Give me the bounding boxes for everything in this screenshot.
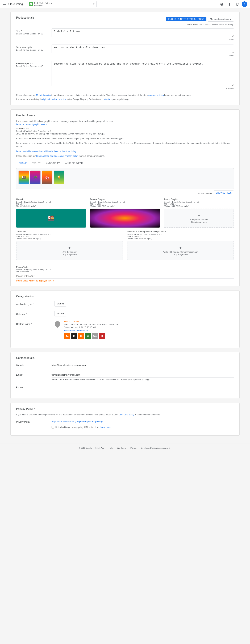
short-desc-locale: English (United States) – en-US (16, 49, 47, 51)
feature-graphic-item: Feature Graphic * Default – English (Uni… (90, 198, 160, 228)
rating-badge-14: 14 (64, 333, 70, 340)
tv-banner-placeholder[interactable]: + Add TV banner Drop image here (16, 241, 123, 260)
daydream-item: Daydream 360 degree stereoscopic image D… (127, 230, 234, 260)
title-label-col: Title * English (United States) – en-US (16, 28, 47, 40)
feature-graphic-locale: Default – English (United States) – en-U… (90, 201, 160, 203)
contact-details-section: Contact details Website Email * Pleas (10, 352, 240, 399)
daydream-specs: 4096 w x 4096 h JPG or 24-bit PNG (no al… (127, 235, 234, 240)
promo-video-type: YouTube video (16, 270, 234, 272)
privacy-url-input[interactable] (52, 419, 234, 424)
impersonation-info: Please check out our Impersonation and I… (16, 154, 234, 158)
dropdown-arrow-icon: ▼ (93, 3, 95, 6)
notifications-icon[interactable] (226, 1, 233, 7)
content-rating-label: Content rating * (16, 320, 54, 340)
daydream-placeholder[interactable]: + Add a 360 degree stereoscopic image Dr… (127, 241, 234, 260)
email-info: Please provide an email address where yo… (52, 378, 234, 380)
avatar[interactable]: F (242, 2, 247, 7)
plus-icon: + (68, 245, 71, 250)
feature-graphic-image (90, 209, 160, 228)
phone-label: Phone (16, 386, 47, 389)
view-details-link[interactable]: View details (64, 329, 75, 332)
nav-icons: F (219, 1, 247, 7)
footer-privacy-link[interactable]: Privacy (130, 447, 137, 449)
content-rating-row: Content rating * APPLIED RATING IARC Cer… (16, 320, 234, 340)
privacy-policy-label: Privacy Policy (16, 419, 47, 423)
footer-site-terms-link[interactable]: Site Terms (117, 447, 126, 449)
help-icon[interactable] (219, 1, 225, 7)
learn-more-privacy-link[interactable]: Learn more (100, 426, 111, 428)
submitted-date: Submitted: Mar 1, 2017, 10:15 AM (64, 326, 118, 328)
hamburger-menu-icon[interactable] (3, 2, 6, 6)
learn-more-graphic-link[interactable]: Learn more about graphic assets (16, 123, 46, 126)
email-row: Email * Please provide an email address … (16, 372, 234, 380)
app-title: Store listing (8, 2, 23, 6)
graphic-assets-section: Graphic Assets If you haven't added loca… (10, 110, 240, 286)
phone-input[interactable] (52, 385, 234, 390)
privacy-policy-field: Privacy Policy Not submitting a privacy … (16, 419, 234, 428)
website-input[interactable] (52, 362, 234, 368)
promo-video-locale: Default – English (United States) – en-U… (16, 268, 234, 270)
footer-help-link[interactable]: Help (109, 447, 113, 449)
screenshot-thumb-4[interactable]: 🏆 (54, 170, 64, 184)
app-type-select[interactable]: Games (54, 301, 66, 306)
learn-more-rating-link[interactable]: Learn more (77, 329, 88, 332)
promo-graphic-placeholder[interactable]: + Add promo graphic Drop image here (164, 208, 234, 228)
settings-icon[interactable] (234, 1, 240, 7)
iarc-label: IARC Certificate ID: c456789-356ff-4bac-… (64, 324, 118, 326)
title-input[interactable]: Fish Rolls Extreme (52, 28, 234, 37)
tv-banner-locale: Default – English (United States) – en-U… (16, 233, 123, 235)
tab-phone[interactable]: PHONE (16, 160, 29, 166)
manage-translations-button[interactable]: Manage translations ▼ (208, 17, 234, 22)
screenshots-container: 🍱 🎮 🍣 🏆 (18, 170, 64, 184)
app-selector[interactable]: Fish Rolls Extreme Published ▼ (27, 1, 97, 7)
tab-android-tv[interactable]: ANDROID TV (43, 160, 63, 166)
promo-video-input[interactable] (16, 274, 234, 278)
contact-details-title: Contact details (16, 356, 234, 360)
screenshot-thumb-1[interactable]: 🍱 (18, 170, 29, 184)
screenshot-count: 2/8 screenshots (198, 192, 212, 195)
locale-button[interactable]: ENGLISH (UNITED STATES) – EN-US (166, 17, 206, 22)
footer-mobile-app-link[interactable]: Mobile App (95, 447, 104, 449)
footer-dda-link[interactable]: Developer Distribution Agreement (141, 447, 169, 449)
tab-android-wear[interactable]: ANDROID WEAR (62, 160, 86, 166)
screenshot-thumb-2[interactable]: 🎮 (30, 170, 41, 184)
full-desc-locale: English (United States) – en-US (16, 65, 47, 67)
website-row: Website (16, 362, 234, 368)
screenshot-thumb-3[interactable]: 🍣 (42, 170, 52, 184)
app-type-label: Application type * (16, 301, 54, 306)
full-description-input[interactable]: Become the fish rolls champion by creati… (52, 61, 234, 86)
promo-video-label: Promo Video (16, 266, 234, 268)
browse-files-button[interactable]: BROWSE FILES (214, 190, 234, 195)
metadata-info: Please check out our Metadata policy to … (16, 94, 234, 97)
tab-tablet[interactable]: TABLET (29, 160, 43, 166)
screenshot-tabs: PHONE TABLET ANDROID TV ANDROID WEAR (16, 160, 234, 166)
impersonation-link[interactable]: Impersonation and Intellectual Property … (36, 155, 78, 157)
category-select[interactable]: Arcade (54, 311, 66, 316)
app-icon (29, 2, 33, 6)
tablet-link[interactable]: Learn how tablet screenshots will be dis… (16, 150, 77, 152)
required-note: Fields marked with * need to be filled b… (16, 24, 234, 26)
short-description-input[interactable]: You can be the fish rolls champion! (52, 44, 234, 53)
email-input[interactable] (52, 372, 234, 378)
promo-graphic-locale: Default – English (United States) – en-U… (164, 201, 234, 203)
feature-graphic-thumbnail[interactable] (90, 208, 160, 228)
contact-link[interactable]: contact us (102, 98, 112, 100)
title-field: Title * English (United States) – en-US … (16, 28, 234, 40)
hi-res-label: Hi-res icon * (16, 198, 86, 200)
email-label-col: Email * (16, 372, 47, 380)
eligible-link[interactable]: eligible for advance notice (42, 98, 66, 100)
no-privacy-checkbox[interactable] (52, 426, 54, 428)
app-type-select-wrapper: Games (54, 301, 66, 306)
graphic-assets-info: If you haven't added localized graphics … (16, 120, 234, 126)
phone-row: Phone (16, 385, 234, 390)
hi-res-icon-item: Hi-res icon * Default – English (United … (16, 198, 86, 228)
metadata-policy-link[interactable]: Metadata policy (36, 94, 51, 96)
no-privacy-checkbox-label: Not submitting a privacy policy URL at t… (55, 426, 111, 428)
program-policies-link[interactable]: program policies (148, 94, 164, 96)
full-description-field: Full description * English (United State… (16, 61, 234, 90)
promo-graphic-item: Promo Graphic Default – English (United … (164, 198, 234, 228)
privacy-label-col: Privacy Policy (16, 419, 47, 428)
user-data-link[interactable]: User Data policy (119, 414, 134, 416)
hi-res-thumbnail[interactable]: 🍱 (16, 208, 86, 228)
promo-video-warning: Promo Video will not be displayed in ATV… (16, 280, 234, 282)
